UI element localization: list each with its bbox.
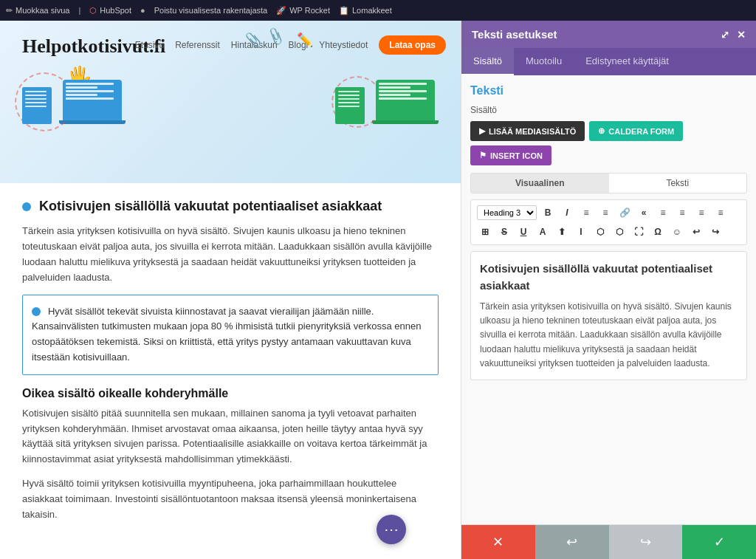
panel-footer: ✕ ↩ ↪ ✓ [461, 524, 756, 559]
resize-icon[interactable]: ⤢ [721, 29, 729, 41]
hubspot-icon: ⬡ [89, 6, 97, 16]
toolbar-item-v: | [78, 6, 80, 15]
caldera-icon: ⊕ [598, 126, 605, 136]
laptop-illustration-right [372, 80, 439, 124]
editor-toolbar: Heading 3 B I ≡ ≡ 🔗 « ≡ ≡ ≡ ≡ ⊞ S U [470, 199, 747, 245]
doc-illustration-right [335, 87, 365, 124]
undo-button[interactable]: ↩ [535, 525, 609, 559]
insert-icon-button[interactable]: ⚑ INSERT ICON [470, 145, 551, 165]
bold-button[interactable]: B [540, 205, 556, 221]
table-button[interactable]: ⊞ [477, 224, 493, 240]
toolbar-item-hubspot[interactable]: ⬡ HubSpot [89, 6, 131, 16]
media-icon: ▶ [479, 126, 485, 136]
confirm-button[interactable]: ✓ [682, 525, 756, 559]
section1-heading: Kotisivujen sisällöllä vakuutat potentia… [22, 198, 439, 215]
editor-toolbar-row2: ⊞ S U A ⬆ I ⬡ ⬡ ⛶ Ω ☺ ↩ ↪ [477, 224, 740, 240]
heading-dot-blue [22, 202, 31, 211]
strikethrough-button[interactable]: S [496, 224, 512, 240]
panel-right: Teksti asetukset ⤢ ✕ Sisältö Muotoilu Ed… [461, 21, 756, 559]
tab-edistyneet[interactable]: Edistyneet käyttäjät [574, 48, 681, 75]
align-justify-button[interactable]: ≡ [712, 205, 729, 221]
close-icon[interactable]: ✕ [737, 29, 746, 41]
caldera-form-button[interactable]: ⊕ CALDERA FORM [589, 121, 683, 141]
panel-tabs: Sisältö Muotoilu Edistyneet käyttäjät [461, 48, 756, 75]
redo-editor-button[interactable]: ↪ [707, 224, 724, 240]
section1-blue-box: Hyvät sisällöt tekevät sivuista kiinnost… [22, 295, 439, 375]
toolbar-item-forms[interactable]: 📋 Lomakkeet [339, 6, 392, 16]
special-char-button[interactable]: Ω [650, 224, 666, 240]
italic-button[interactable]: I [559, 205, 575, 221]
emoji-button[interactable]: ☺ [669, 224, 685, 240]
nav-link-yhteystiedot[interactable]: Yhteystiedot [319, 40, 368, 50]
redo-icon: ↪ [640, 534, 651, 550]
website-preview: Helpotkotisivut.fi Etusivu Referenssit H… [0, 21, 461, 559]
nav-link-referenssit[interactable]: Referenssit [175, 40, 220, 50]
laptop-illustration-left [59, 80, 126, 124]
editor-toolbar-row1: Heading 3 B I ≡ ≡ 🔗 « ≡ ≡ ≡ ≡ [477, 205, 740, 221]
toolbar-item-edit[interactable]: ✏ Muokkaa sivua [6, 6, 69, 16]
panel-content: Teksti Sisältö ▶ LISÄÄ MEDIASISÄLTÖ ⊕ CA… [461, 75, 756, 524]
flag-icon: ⚑ [479, 151, 487, 160]
undo-editor-button[interactable]: ↩ [688, 224, 704, 240]
view-toggle: Visuaalinen Teksti [470, 173, 747, 193]
forms-icon: 📋 [339, 6, 349, 16]
align-center-button[interactable]: ≡ [674, 205, 690, 221]
outdent-button[interactable]: ⬡ [611, 224, 628, 240]
tab-muotoilu[interactable]: Muotoilu [514, 48, 574, 75]
toolbar-item-sep2: ● [140, 6, 145, 15]
toolbar-item-rocket[interactable]: 🚀 WP Rocket [276, 6, 330, 16]
panel-teksti-heading: Teksti [470, 84, 747, 97]
hero-illustrations [22, 80, 439, 124]
panel-sisalto-label: Sisältö [470, 105, 747, 115]
ol-button[interactable]: ≡ [597, 205, 614, 221]
paperclip-decoration: 📎 [245, 32, 261, 48]
action-buttons-row: ▶ LISÄÄ MEDIASISÄLTÖ ⊕ CALDERA FORM ⚑ IN… [470, 121, 747, 165]
paste-button[interactable]: ⬆ [554, 224, 570, 240]
cancel-button[interactable]: ✕ [461, 525, 535, 559]
toolbar-item-exit[interactable]: Poistu visualisesta rakentajasta [154, 6, 267, 15]
align-left-button[interactable]: ≡ [655, 205, 671, 221]
top-toolbar: ✏ Muokkaa sivua | ⬡ HubSpot ● Poistu vis… [0, 0, 756, 21]
view-visual-button[interactable]: Visuaalinen [471, 174, 609, 193]
edit-icon: ✏ [6, 6, 13, 16]
section2-heading: Oikea sisältö oikealle kohderyhmälle [22, 387, 439, 400]
italic2-button[interactable]: I [573, 224, 589, 240]
undo-icon: ↩ [566, 534, 577, 550]
link-button[interactable]: 🔗 [616, 205, 633, 221]
fab-icon: ⋯ [384, 521, 399, 538]
main-area: Helpotkotisivut.fi Etusivu Referenssit H… [0, 21, 756, 559]
indent-button[interactable]: ⬡ [592, 224, 608, 240]
rocket-icon: 🚀 [276, 6, 286, 16]
edit-dot [32, 307, 41, 316]
color-button[interactable]: A [535, 224, 551, 240]
underline-button[interactable]: U [515, 224, 532, 240]
panel-header: Teksti asetukset ⤢ ✕ [461, 21, 756, 48]
editor-content-heading: Kotisivujen sisällöllä vakuutat potentia… [480, 261, 738, 294]
fullscreen-button[interactable]: ⛶ [630, 224, 647, 240]
content-section: Kotisivujen sisällöllä vakuutat potentia… [0, 183, 461, 546]
tab-sisalto[interactable]: Sisältö [461, 48, 514, 75]
view-text-button[interactable]: Teksti [609, 174, 747, 193]
redo-button[interactable]: ↪ [609, 525, 683, 559]
nav-cta-button[interactable]: Lataa opas [379, 35, 446, 55]
ul-button[interactable]: ≡ [578, 205, 594, 221]
align-right-button[interactable]: ≡ [693, 205, 709, 221]
hero-section: Helpotkotisivut.fi Etusivu Referenssit H… [0, 21, 461, 183]
confirm-icon: ✓ [714, 534, 725, 550]
doc-illustration-left [22, 87, 52, 124]
editor-content-area[interactable]: Kotisivujen sisällöllä vakuutat potentia… [470, 251, 747, 380]
cancel-icon: ✕ [492, 534, 504, 550]
section1-paragraph1: Tärkein asia yrityksen kotisivuilla on h… [22, 224, 439, 285]
nav-link-etusivu[interactable]: Etusivu [135, 40, 164, 50]
panel-title: Teksti asetukset [472, 28, 557, 41]
editor-content-text: Tärkein asia yrityksen kotisivuilla on h… [480, 300, 738, 371]
section2-paragraph1: Kotisivujen sisältö pitää suunnitella se… [22, 406, 439, 467]
pencil-decoration: ✏️ [297, 32, 313, 48]
lisaa-mediasisalto-button[interactable]: ▶ LISÄÄ MEDIASISÄLTÖ [470, 121, 585, 141]
fab-button[interactable]: ⋯ [377, 515, 406, 544]
heading-select[interactable]: Heading 3 [477, 205, 537, 220]
section2-paragraph2: Hyvä sisältö toimii yrityksen kotisivuil… [22, 476, 439, 522]
site-nav: Etusivu Referenssit Hintalaskuri Blogi Y… [135, 35, 446, 55]
panel-header-icons: ⤢ ✕ [721, 29, 746, 41]
quote-button[interactable]: « [636, 205, 652, 221]
